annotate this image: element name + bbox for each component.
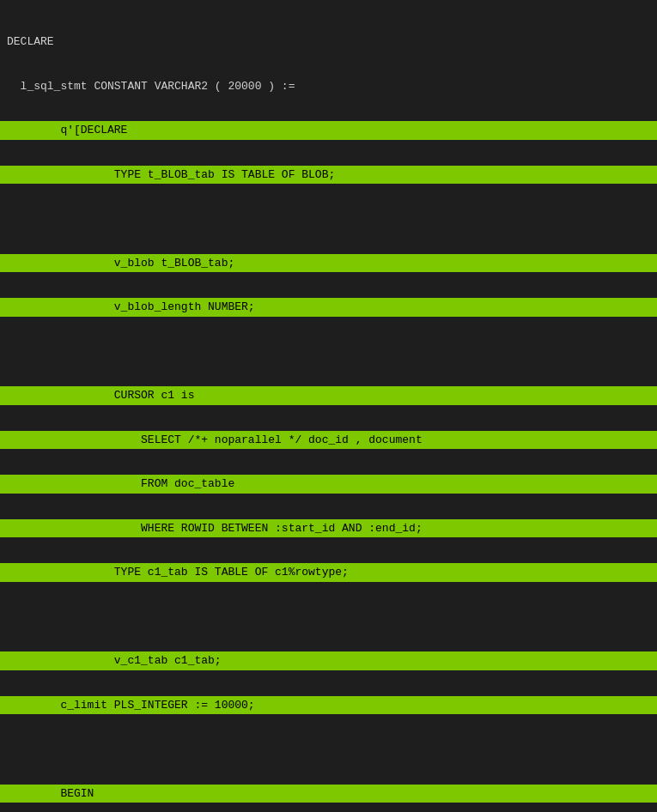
- code-line-7: v_blob_length NUMBER;: [0, 298, 657, 317]
- code-line-8: [0, 342, 657, 361]
- code-line-6: v_blob t_BLOB_tab;: [0, 254, 657, 273]
- code-line-2: l_sql_stmt CONSTANT VARCHAR2 ( 20000 ) :…: [0, 77, 657, 96]
- code-line-9: CURSOR c1 is: [0, 386, 657, 405]
- code-line-5: [0, 209, 657, 228]
- code-line-10: SELECT /*+ noparallel */ doc_id , docume…: [0, 431, 657, 450]
- code-line-1: DECLARE: [0, 33, 657, 52]
- code-editor: DECLARE l_sql_stmt CONSTANT VARCHAR2 ( 2…: [0, 0, 657, 812]
- code-line-12: WHERE ROWID BETWEEN :start_id AND :end_i…: [0, 519, 657, 538]
- code-line-11: FROM doc_table: [0, 475, 657, 494]
- code-line-18: BEGIN: [0, 785, 657, 803]
- code-line-14: [0, 608, 657, 627]
- code-line-3: q'[DECLARE: [0, 121, 657, 140]
- code-line-13: TYPE c1_tab IS TABLE OF c1%rowtype;: [0, 563, 657, 582]
- code-line-15: v_c1_tab c1_tab;: [0, 651, 657, 670]
- code-line-16: c_limit PLS_INTEGER := 10000;: [0, 696, 657, 715]
- code-line-17: [0, 740, 657, 759]
- code-line-4: TYPE t_BLOB_tab IS TABLE OF BLOB;: [0, 166, 657, 185]
